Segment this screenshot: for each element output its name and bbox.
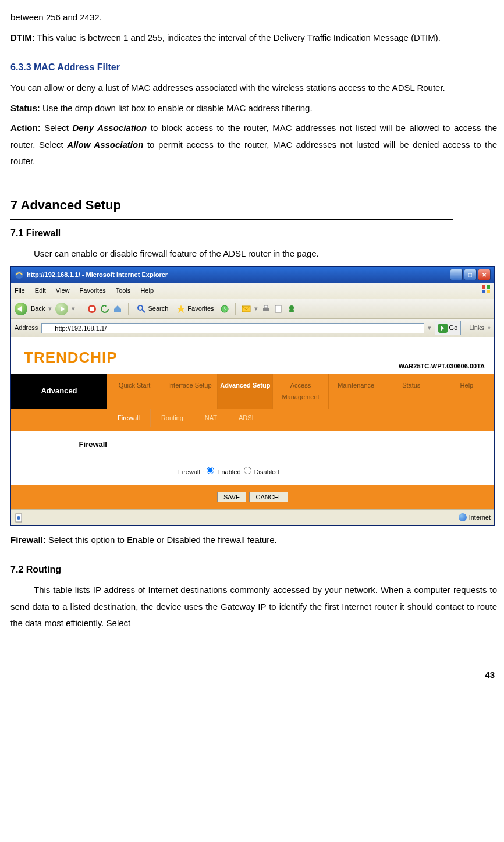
tab-help[interactable]: Help [439,374,494,410]
address-bar-row: Address ▾ Go Links » [11,319,494,337]
toolbar-separator [128,303,129,315]
firewall-disabled-radio[interactable] [244,467,251,474]
sub-tab-bar: Firewall Routing NAT ADSL [11,409,494,427]
svg-rect-3 [482,290,485,293]
firewall-intro: User can enable or disable firewall feat… [10,246,497,262]
subtab-nat[interactable]: NAT [194,409,228,427]
firewall-section-heading: Firewall [11,431,120,459]
menu-tools[interactable]: Tools [116,287,131,294]
firewall-option-row: Firewall : Enabled Disabled [11,459,494,485]
svg-rect-15 [289,310,294,312]
status-page-icon [15,513,24,523]
section-71-heading: 7.1 Firewall [10,225,497,242]
main-tab-bar: Advanced Quick Start Interface Setup Adv… [11,374,494,410]
firewall-disabled-label: Disabled [254,468,279,475]
history-icon[interactable] [220,304,229,314]
favorites-label: Favorites [187,303,214,315]
firewall-option-body: Select this option to Enable or Disabled… [46,535,277,545]
address-dropdown-icon[interactable]: ▾ [428,322,431,334]
window-minimize-button[interactable]: _ [450,269,463,280]
forward-button[interactable] [55,303,68,315]
tab-interface-setup[interactable]: Interface Setup [162,374,217,410]
mail-icon[interactable] [242,304,251,314]
firewall-enabled-label: Enabled [217,468,240,475]
star-icon [176,304,186,314]
svg-point-19 [17,516,20,520]
mail-dropdown-icon[interactable]: ▾ [254,303,258,315]
toolbar-separator [81,303,81,315]
print-icon[interactable] [261,304,271,314]
tab-maintenance[interactable]: Maintenance [328,374,384,410]
firewall-enabled-radio[interactable] [207,467,214,474]
brand-logo: TRENDCHIP [24,343,118,372]
menu-file[interactable]: File [15,287,25,294]
address-label: Address [15,322,38,334]
windows-logo-icon [481,285,491,294]
browser-window: http://192.168.1.1/ - Microsoft Internet… [10,266,495,526]
tab-status[interactable]: Status [384,374,439,410]
address-input[interactable] [41,323,424,333]
search-label: Search [148,303,168,315]
messenger-icon[interactable] [287,304,296,314]
menu-favorites[interactable]: Favorites [80,287,106,294]
refresh-icon[interactable] [100,304,109,314]
links-label[interactable]: Links [469,322,484,334]
favorites-button[interactable]: Favorites [174,301,216,316]
edit-icon[interactable] [274,304,283,314]
svg-rect-11 [263,308,269,311]
status-label: Status: [10,103,40,113]
go-label: Go [449,322,458,334]
svg-line-8 [142,310,145,312]
window-title: http://192.168.1.1/ - Microsoft Internet… [27,269,168,281]
firewall-option-paragraph: Firewall: Select this option to Enable o… [10,532,497,549]
svg-rect-1 [482,285,485,289]
action-label: Action: [10,123,41,133]
status-body: Use the drop down list box to enable or … [40,103,313,113]
svg-rect-4 [487,290,490,293]
section-label-left: Advanced [11,374,107,410]
cancel-button[interactable]: CANCEL [249,492,288,502]
menu-bar: File Edit View Favorites Tools Help [11,283,494,299]
window-titlebar: http://192.168.1.1/ - Microsoft Internet… [11,267,494,283]
window-close-button[interactable]: ✕ [478,269,491,280]
menu-view[interactable]: View [56,287,70,294]
toolbar: Back ▾ ▾ Search Favorites ▾ [11,299,494,319]
tab-quick-start[interactable]: Quick Start [107,374,162,410]
forward-dropdown-icon[interactable]: ▾ [72,303,75,315]
heading-advanced-setup: 7 Advanced Setup [10,193,453,220]
action-allow: Allow Association [67,140,143,150]
router-page: TRENDCHIP WAR25TC-WPT.030606.00TA Advanc… [11,337,494,509]
menu-edit[interactable]: Edit [35,287,46,294]
go-button[interactable]: Go [435,321,462,335]
routing-body: This table lists IP address of Internet … [10,582,497,632]
mac-intro: You can allow or deny a lust of MAC addr… [10,80,497,97]
status-bar: Internet [11,509,494,525]
internet-zone-label: Internet [469,511,491,524]
links-chevron-icon[interactable]: » [488,323,491,333]
subtab-adsl[interactable]: ADSL [228,409,266,427]
page-number: 43 [10,667,497,684]
svg-rect-6 [90,307,94,311]
stop-icon[interactable] [87,304,97,314]
back-button[interactable] [15,303,27,315]
back-label[interactable]: Back [31,303,45,315]
status-paragraph: Status: Use the drop down list box to en… [10,100,497,117]
svg-point-14 [289,305,294,310]
back-dropdown-icon[interactable]: ▾ [48,303,52,315]
tab-advanced-setup[interactable]: Advanced Setup [217,374,272,410]
go-icon [438,324,448,333]
search-button[interactable]: Search [134,301,171,316]
home-icon[interactable] [113,304,122,314]
menu-help[interactable]: Help [140,287,154,294]
window-maximize-button[interactable]: □ [464,269,477,280]
svg-rect-12 [264,305,268,308]
tab-access-management[interactable]: Access Management [272,374,328,410]
ie-icon [15,270,24,279]
svg-point-7 [138,305,143,310]
action-body-1: Select [41,123,73,133]
firmware-version: WAR25TC-WPT.030606.00TA [399,360,485,372]
subtab-routing[interactable]: Routing [150,409,194,427]
subtab-firewall[interactable]: Firewall [107,409,150,427]
action-deny: Deny Association [72,123,147,133]
save-button[interactable]: SAVE [217,492,247,502]
